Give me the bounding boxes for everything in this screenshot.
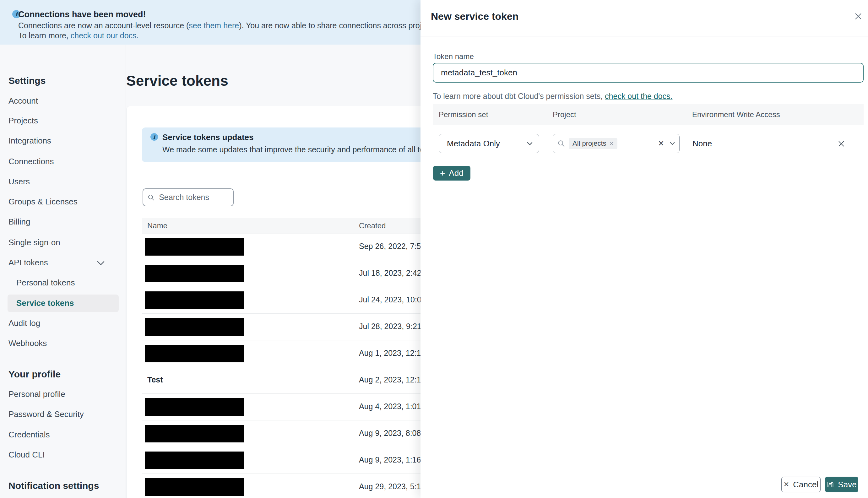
search-input[interactable] — [158, 193, 228, 202]
token-created-date: Aug 29, 2023, 5:10 AM P — [359, 482, 421, 491]
sidebar-item-account[interactable]: Account — [9, 96, 38, 106]
add-permission-button[interactable]: + Add — [433, 166, 471, 181]
clear-selection-icon[interactable]: ✕ — [658, 139, 664, 148]
app-screen: i Connections have been moved! Connectio… — [0, 0, 868, 498]
permission-sets-helper: To learn more about dbt Cloud's permissi… — [433, 92, 673, 101]
table-row[interactable]: Aug 29, 2023, 5:10 AM P — [142, 474, 421, 498]
token-created-date: Jul 18, 2023, 2:42 PM P — [359, 268, 421, 278]
token-created-date: Sep 26, 2022, 7:59 AM P — [359, 242, 421, 251]
token-name-input[interactable] — [433, 63, 864, 82]
close-icon: ✕ — [784, 481, 789, 488]
service-tokens-card: i Service tokens updates We made some up… — [127, 106, 421, 498]
plus-icon: + — [440, 169, 445, 178]
project-multiselect[interactable]: All projects ✕ ✕ — [553, 134, 680, 153]
sidebar-item-webhooks[interactable]: Webhooks — [9, 339, 47, 348]
token-created-date: Aug 4, 2023, 1:01 PM P — [359, 402, 421, 411]
project-chip: All projects ✕ — [569, 138, 617, 149]
column-header-permission-set: Permission set — [439, 110, 488, 119]
sidebar-item-cloud-cli[interactable]: Cloud CLI — [9, 450, 45, 460]
chevron-down-icon[interactable] — [97, 261, 105, 266]
save-button-label: Save — [838, 480, 856, 489]
sidebar-item-credentials[interactable]: Credentials — [9, 430, 50, 440]
table-row[interactable]: Aug 1, 2023, 12:10 PM P — [142, 340, 421, 367]
token-name: Test — [147, 375, 163, 384]
search-tokens-box[interactable] — [143, 188, 234, 206]
token-created-date: Aug 2, 2023, 12:19 PM P — [359, 375, 421, 384]
column-header-project: Project — [553, 110, 576, 119]
token-created-date: Aug 1, 2023, 12:10 PM P — [359, 349, 421, 358]
redacted-token-name — [145, 345, 244, 362]
sidebar-profile-header: Your profile — [9, 369, 61, 380]
token-created-date: Aug 9, 2023, 1:16 PM P — [359, 455, 421, 464]
chip-remove-icon[interactable]: ✕ — [609, 141, 614, 147]
save-button[interactable]: Save — [825, 477, 858, 492]
banner-footer-pre: To learn more, — [18, 31, 71, 40]
sidebar-item-billing[interactable]: Billing — [9, 217, 30, 227]
token-name-label: Token name — [433, 52, 474, 61]
table-row[interactable]: Aug 9, 2023, 1:16 PM P — [142, 447, 421, 474]
redacted-token-name — [145, 398, 244, 416]
environment-write-access-value: None — [693, 139, 712, 148]
token-created-date: Aug 9, 2023, 8:08 AM P — [359, 429, 421, 438]
sidebar-item-single-sign-on[interactable]: Single sign-on — [9, 238, 60, 247]
check-docs-link[interactable]: check out our docs. — [71, 31, 139, 40]
helper-text: To learn more about dbt Cloud's permissi… — [433, 92, 605, 101]
cancel-button[interactable]: ✕ Cancel — [781, 477, 820, 492]
redacted-token-name — [145, 478, 244, 496]
sidebar-item-integrations[interactable]: Integrations — [9, 136, 51, 146]
redacted-token-name — [145, 238, 244, 255]
redacted-token-name — [145, 291, 244, 309]
table-row[interactable]: Sep 26, 2022, 7:59 AM P — [142, 234, 421, 260]
redacted-token-name — [145, 425, 244, 443]
see-them-here-link[interactable]: see them here — [189, 21, 239, 30]
sidebar-item-audit-log[interactable]: Audit log — [9, 318, 40, 328]
save-icon — [827, 481, 834, 488]
column-header-environment-write-access: Environment Write Access — [692, 110, 780, 119]
column-header-name: Name — [147, 221, 167, 230]
sidebar-item-personal-tokens[interactable]: Personal tokens — [16, 278, 75, 288]
close-icon[interactable] — [852, 10, 865, 23]
redacted-token-name — [145, 451, 244, 469]
token-table-body: Sep 26, 2022, 7:59 AM P Jul 18, 2023, 2:… — [142, 234, 421, 498]
sidebar-item-password-security[interactable]: Password & Security — [9, 409, 84, 419]
search-icon — [148, 194, 155, 201]
banner-body-pre: Connections are now an account-level res… — [18, 21, 189, 30]
add-button-label: Add — [449, 168, 463, 178]
redacted-token-name — [145, 318, 244, 336]
remove-permission-row-icon[interactable] — [834, 137, 848, 151]
search-icon — [557, 140, 565, 147]
table-row[interactable]: Test Aug 2, 2023, 12:19 PM P — [142, 367, 421, 394]
table-row[interactable]: Jul 18, 2023, 2:42 PM P — [142, 260, 421, 287]
table-row[interactable]: Aug 4, 2023, 1:01 PM P — [142, 394, 421, 420]
info-icon: i — [150, 133, 158, 141]
sidebar-notification-header: Notification settings — [9, 481, 99, 491]
sidebar-item-groups-licenses[interactable]: Groups & Licenses — [9, 197, 78, 207]
new-service-token-drawer: New service token Token name To learn mo… — [421, 0, 868, 498]
permissions-grid-header: Permission set Project Environment Write… — [433, 104, 864, 125]
table-row[interactable]: Aug 9, 2023, 8:08 AM P — [142, 420, 421, 447]
table-row[interactable]: Jul 24, 2023, 10:00 AM — [142, 287, 421, 314]
permission-set-select[interactable]: Metadata Only — [439, 134, 539, 153]
banner-footer: To learn more, check out our docs. — [18, 31, 139, 40]
settings-sidebar: Settings Account Projects Integrations C… — [0, 44, 126, 498]
sidebar-item-projects[interactable]: Projects — [9, 116, 38, 126]
token-created-date: Jul 28, 2023, 9:21 AM P — [359, 322, 421, 331]
banner-title: Connections have been moved! — [18, 10, 146, 19]
sidebar-settings-header: Settings — [9, 75, 45, 86]
permission-set-value: Metadata Only — [447, 139, 500, 148]
sidebar-item-service-tokens[interactable]: Service tokens — [16, 298, 74, 308]
sidebar-item-connections[interactable]: Connections — [9, 157, 54, 167]
info-banner-body: We made some updates that improve the se… — [162, 145, 421, 154]
info-banner-title: Service tokens updates — [162, 132, 253, 142]
drawer-title: New service token — [431, 11, 518, 22]
sidebar-item-api-tokens[interactable]: API tokens — [9, 258, 48, 267]
table-header: Name Created — [142, 218, 421, 234]
sidebar-item-personal-profile[interactable]: Personal profile — [9, 389, 65, 399]
sidebar-item-users[interactable]: Users — [9, 177, 30, 186]
chevron-down-icon[interactable] — [670, 142, 675, 145]
table-row[interactable]: Jul 28, 2023, 9:21 AM P — [142, 314, 421, 340]
check-out-docs-link[interactable]: check out the docs. — [605, 92, 672, 101]
drawer-footer-divider — [421, 471, 868, 471]
column-header-created: Created — [359, 221, 386, 230]
chevron-down-icon — [527, 142, 532, 145]
